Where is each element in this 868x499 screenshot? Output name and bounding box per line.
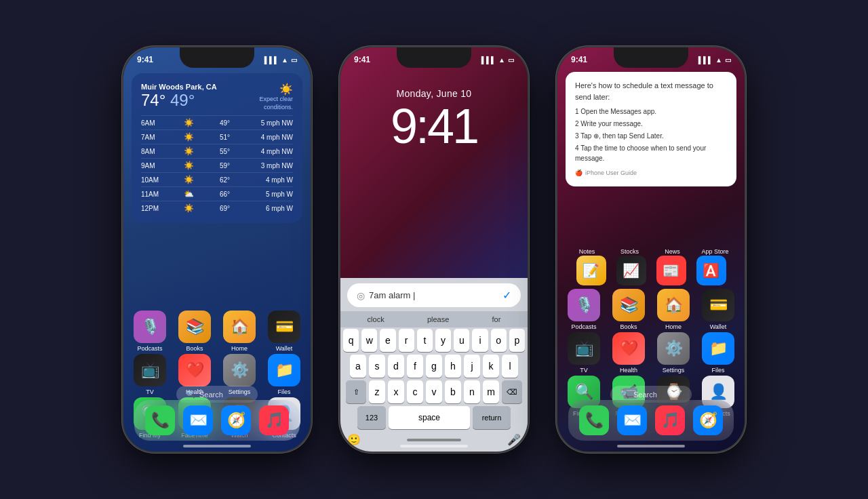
key-t[interactable]: t	[417, 329, 433, 352]
iphone-3: 9:41 ▌▌▌ ▲ ▭ Here's how to schedule a te…	[556, 46, 746, 453]
app-books[interactable]: 📚 Books	[176, 311, 213, 352]
key-r[interactable]: r	[399, 329, 414, 352]
key-m[interactable]: m	[483, 380, 499, 403]
dock-safari-3[interactable]: 🧭	[693, 405, 723, 435]
search-icon-3: 🔍	[620, 390, 629, 399]
key-i[interactable]: i	[472, 329, 488, 352]
key-o[interactable]: o	[491, 329, 507, 352]
mini-app-grid-3: 📝 📈 📰 🅰️	[566, 256, 736, 285]
dock-music[interactable]: 🎵	[259, 405, 289, 435]
key-c[interactable]: c	[407, 380, 423, 403]
wallet-icon: 💳	[268, 311, 300, 343]
lockscreen-date: Monday, June 10	[340, 88, 528, 99]
app-podcasts[interactable]: 🎙️ Podcasts	[132, 311, 168, 352]
wifi-icon-2: ▲	[498, 56, 505, 64]
app-grid-row1-3: 🎙️ Podcasts 📚 Books 🏠 Home 💳 Wallet	[566, 289, 736, 330]
app-tv-3[interactable]: 📺 TV	[566, 332, 602, 374]
dock-3: 📞 ✉️ 🎵 🧭	[568, 400, 734, 441]
dock-safari[interactable]: 🧭	[221, 405, 251, 435]
key-space[interactable]: space	[389, 406, 470, 429]
suggestion-please[interactable]: please	[422, 314, 454, 325]
key-delete[interactable]: ⌫	[502, 380, 522, 403]
home-indicator-2	[400, 445, 468, 447]
app-books-3[interactable]: 📚 Books	[610, 289, 647, 330]
keyboard-row-1: q w e r t y u i o p	[340, 327, 528, 353]
key-return[interactable]: return	[473, 406, 511, 429]
weather-row: 10AM☀️62°4 mph W	[141, 172, 293, 186]
weather-rows: 6AM☀️49°5 mph NW 7AM☀️51°4 mph NW 8AM☀️5…	[141, 115, 293, 215]
dock-music-3[interactable]: 🎵	[655, 405, 685, 435]
key-v[interactable]: v	[426, 380, 442, 403]
key-d[interactable]: d	[388, 355, 404, 378]
key-z[interactable]: z	[369, 380, 385, 403]
dock-mail-3[interactable]: ✉️	[617, 405, 647, 435]
weather-row: 7AM☀️51°4 mph NW	[141, 129, 293, 144]
emoji-icon[interactable]: 🙂	[347, 433, 361, 446]
key-a[interactable]: a	[350, 355, 366, 378]
key-x[interactable]: x	[388, 380, 404, 403]
app-wallet[interactable]: 💳 Wallet	[266, 311, 302, 352]
key-e[interactable]: e	[380, 329, 395, 352]
keyboard-container: ◎ 7am alarm | ✓ clock please for q w e r…	[340, 278, 528, 452]
app-files-3[interactable]: 📁 Files	[700, 332, 736, 374]
notes-icon-3[interactable]: 📝	[576, 256, 606, 285]
phone-icon-3: 📞	[579, 405, 609, 435]
suggestion-for[interactable]: for	[487, 314, 507, 325]
music-icon: 🎵	[259, 405, 289, 435]
dock-mail[interactable]: ✉️	[183, 405, 213, 435]
key-123[interactable]: 123	[357, 406, 386, 429]
keyboard-row-2: a s d f g h j k l	[340, 353, 528, 379]
appstore-icon-3[interactable]: 🅰️	[696, 256, 726, 285]
podcasts-icon: 🎙️	[134, 311, 166, 343]
app-home[interactable]: 🏠 Home	[221, 311, 258, 352]
news-icon-3[interactable]: 📰	[656, 256, 686, 285]
battery-icon-3: ▭	[725, 56, 731, 64]
app-health-3[interactable]: ❤️ Health	[610, 332, 647, 374]
app-home-3[interactable]: 🏠 Home	[655, 289, 692, 330]
search-input-bar[interactable]: ◎ 7am alarm | ✓	[347, 283, 521, 307]
key-n[interactable]: n	[464, 380, 480, 403]
key-u[interactable]: u	[454, 329, 469, 352]
siri-source-text: iPhone User Guide	[585, 169, 637, 178]
key-shift[interactable]: ⇧	[346, 380, 366, 403]
stocks-icon-3[interactable]: 📈	[616, 256, 646, 285]
key-k[interactable]: k	[483, 355, 499, 378]
key-s[interactable]: s	[369, 355, 385, 378]
app-label-home: Home	[231, 345, 248, 352]
key-b[interactable]: b	[445, 380, 461, 403]
tv-icon-3: 📺	[568, 332, 600, 365]
key-q[interactable]: q	[343, 329, 359, 352]
key-y[interactable]: y	[435, 329, 451, 352]
key-g[interactable]: g	[426, 355, 442, 378]
key-l[interactable]: l	[502, 355, 518, 378]
key-w[interactable]: w	[361, 329, 377, 352]
weather-temps: 74° 49°	[141, 91, 217, 110]
mic-icon[interactable]: 🎤	[507, 433, 521, 446]
app-podcasts-3[interactable]: 🎙️ Podcasts	[566, 289, 602, 330]
dock-phone[interactable]: 📞	[145, 405, 175, 435]
mail-icon: ✉️	[183, 405, 213, 435]
suggestion-clock[interactable]: clock	[362, 314, 390, 325]
books-icon: 📚	[178, 311, 211, 343]
search-input-text: 7am alarm |	[369, 290, 415, 300]
siri-bubble: Here's how to schedule a text message to…	[566, 72, 736, 186]
key-h[interactable]: h	[445, 355, 461, 378]
app-tv[interactable]: 📺 TV	[132, 354, 168, 395]
app-grid-row2-3: 📺 TV ❤️ Health ⚙️ Settings 📁 Files	[566, 332, 736, 374]
label-news: News	[654, 248, 691, 255]
app-wallet-3[interactable]: 💳 Wallet	[700, 289, 736, 330]
battery-icon: ▭	[291, 56, 297, 64]
battery-icon-2: ▭	[508, 56, 514, 64]
key-p[interactable]: p	[509, 329, 525, 352]
label-settings-3: Settings	[663, 367, 685, 374]
app-settings-3[interactable]: ⚙️ Settings	[655, 332, 692, 374]
key-j[interactable]: j	[464, 355, 480, 378]
status-bar-1: 9:41 ▌▌▌ ▲ ▭	[123, 52, 311, 68]
label-wallet-3: Wallet	[710, 323, 727, 330]
app-files[interactable]: 📁 Files	[266, 354, 302, 395]
health-icon-3: ❤️	[612, 332, 645, 365]
weather-row: 12PM☀️69°6 mph W	[141, 201, 293, 215]
label-books-3: Books	[620, 323, 637, 330]
dock-phone-3[interactable]: 📞	[579, 405, 609, 435]
key-f[interactable]: f	[407, 355, 423, 378]
